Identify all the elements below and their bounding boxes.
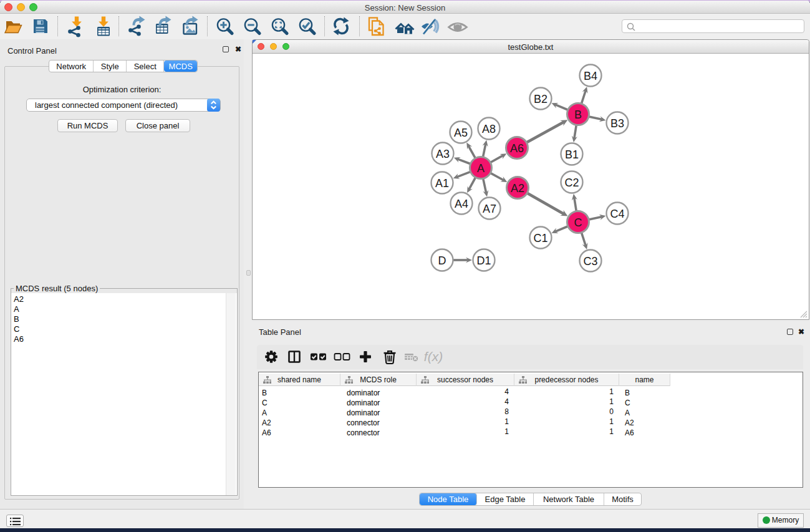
svg-text:D1: D1 xyxy=(476,254,491,267)
svg-text:B2: B2 xyxy=(534,93,547,105)
svg-text:C3: C3 xyxy=(583,255,597,268)
svg-text:A3: A3 xyxy=(436,148,450,160)
svg-text:A8: A8 xyxy=(482,123,496,135)
svg-text:A7: A7 xyxy=(483,203,496,215)
svg-text:C2: C2 xyxy=(564,177,579,189)
svg-text:A6: A6 xyxy=(510,142,524,155)
svg-text:B4: B4 xyxy=(584,70,597,82)
svg-text:A: A xyxy=(477,162,485,175)
svg-text:A4: A4 xyxy=(455,198,468,210)
svg-text:C: C xyxy=(574,216,582,229)
svg-text:B3: B3 xyxy=(610,117,624,130)
svg-text:B1: B1 xyxy=(565,148,579,161)
svg-text:D: D xyxy=(438,254,446,267)
svg-text:B: B xyxy=(574,109,582,121)
svg-text:f(x): f(x) xyxy=(424,349,443,364)
svg-text:C1: C1 xyxy=(533,232,547,244)
svg-text:A5: A5 xyxy=(454,127,468,139)
svg-text:A2: A2 xyxy=(511,182,524,195)
svg-text:A1: A1 xyxy=(435,177,449,190)
svg-text:C4: C4 xyxy=(610,208,624,220)
